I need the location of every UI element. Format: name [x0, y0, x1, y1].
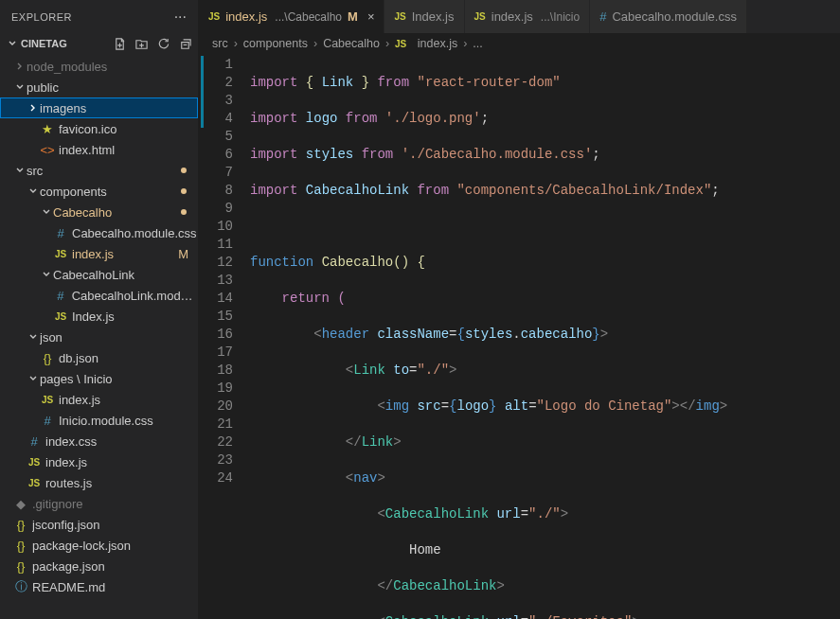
project-name: CINETAG — [21, 38, 67, 49]
css-icon: # — [599, 9, 606, 24]
tree-gitignore[interactable]: ◆ .gitignore — [0, 493, 198, 514]
breadcrumb-more[interactable]: ... — [473, 37, 482, 50]
js-icon: JS — [395, 39, 406, 49]
modified-dot-icon — [181, 188, 187, 194]
html-icon: <> — [40, 143, 55, 157]
tree-packagelock[interactable]: {} package-lock.json — [0, 535, 198, 556]
json-icon: {} — [40, 351, 55, 365]
css-icon: # — [53, 289, 68, 303]
tree-public[interactable]: public — [0, 77, 198, 97]
chevron-down-icon — [40, 269, 53, 280]
tab-cabecalho-index[interactable]: JS index.js ...\Cabecalho M × — [199, 0, 384, 33]
js-icon: JS — [53, 311, 68, 322]
star-icon: ★ — [40, 122, 55, 136]
explorer-title: EXPLORER — [11, 11, 72, 23]
json-icon: {} — [13, 539, 28, 553]
tree-json[interactable]: json — [0, 327, 198, 347]
sidebar-more-icon[interactable]: ··· — [174, 9, 187, 26]
chevron-down-icon — [40, 206, 53, 218]
modified-dot-icon — [181, 168, 187, 173]
diff-marker — [201, 56, 204, 128]
tree-cabecalho[interactable]: Cabecalho — [0, 202, 198, 222]
json-icon: {} — [13, 518, 28, 532]
chevron-down-icon — [27, 331, 40, 343]
tree-pages-inicio[interactable]: pages \ Inicio — [0, 368, 198, 389]
code-editor[interactable]: 123456789101112131415161718192021222324 … — [199, 54, 840, 619]
project-actions — [113, 37, 192, 51]
chevron-right-icon: › — [385, 37, 389, 50]
tree-node-modules[interactable]: node_modules — [0, 56, 198, 77]
tree-cabecalholink[interactable]: CabecalhoLink — [0, 264, 198, 285]
css-icon: # — [40, 414, 55, 428]
tree-src[interactable]: src — [0, 160, 198, 181]
tree-packagejson[interactable]: {} package.json — [0, 556, 198, 576]
explorer-sidebar: EXPLORER ··· CINETAG node_modules public… — [0, 0, 199, 619]
tree-readme[interactable]: ⓘ README.md — [0, 576, 198, 597]
tree-src-index[interactable]: JS index.js — [0, 451, 198, 472]
chevron-down-icon — [6, 38, 19, 49]
js-icon: JS — [208, 11, 220, 22]
modified-dot-icon — [181, 209, 187, 215]
css-icon: # — [53, 226, 68, 240]
tree-inicio-css[interactable]: # Inicio.module.css — [0, 410, 198, 431]
info-icon: ⓘ — [13, 578, 28, 595]
css-icon: # — [27, 434, 42, 449]
tree-imagens[interactable]: imagens — [0, 97, 198, 118]
tree-index-html[interactable]: <> index.html — [0, 139, 198, 160]
tab-cabecalho-css[interactable]: # Cabecalho.module.css — [590, 0, 747, 33]
js-icon: JS — [474, 11, 486, 22]
chevron-down-icon — [27, 186, 40, 197]
chevron-right-icon: › — [463, 37, 467, 50]
chevron-down-icon — [13, 165, 27, 176]
breadcrumb-components[interactable]: components — [243, 37, 308, 50]
js-icon: JS — [27, 478, 42, 488]
git-icon: ◆ — [13, 497, 28, 511]
tree-components[interactable]: components — [0, 181, 198, 202]
tree-routes[interactable]: JS routes.js — [0, 472, 198, 493]
tree-index-css[interactable]: # index.css — [0, 431, 198, 451]
chevron-right-icon: › — [313, 37, 317, 50]
chevron-right-icon — [13, 61, 27, 72]
tree-dbjson[interactable]: {} db.json — [0, 347, 198, 368]
modified-badge: M — [178, 247, 188, 261]
sidebar-header: EXPLORER ··· — [0, 0, 198, 33]
js-icon: JS — [40, 395, 55, 405]
tree-cabecalho-index[interactable]: JS index.js M — [0, 243, 198, 264]
close-icon[interactable]: × — [367, 9, 375, 24]
tree-cabecalholink-css[interactable]: # CabecalhoLink.modul... — [0, 285, 198, 306]
chevron-down-icon — [13, 81, 27, 93]
chevron-right-icon — [27, 102, 40, 114]
project-header[interactable]: CINETAG — [0, 33, 198, 54]
tree-cabecalho-css[interactable]: # Cabecalho.module.css — [0, 222, 198, 243]
json-icon: {} — [13, 559, 28, 574]
new-file-icon[interactable] — [113, 37, 127, 51]
collapse-all-icon[interactable] — [178, 37, 192, 51]
new-folder-icon[interactable] — [134, 37, 149, 51]
tree-cabecalholink-index[interactable]: JS Index.js — [0, 306, 198, 327]
tree-favicon[interactable]: ★ favicon.ico — [0, 118, 198, 139]
breadcrumb: src › components › Cabecalho › JS index.… — [199, 33, 840, 54]
breadcrumb-index[interactable]: JS index.js — [395, 37, 457, 50]
tree-inicio-index[interactable]: JS index.js — [0, 389, 198, 410]
chevron-down-icon — [27, 373, 40, 384]
chevron-right-icon: › — [234, 37, 238, 50]
breadcrumb-src[interactable]: src — [212, 37, 228, 50]
js-icon: JS — [53, 249, 68, 259]
refresh-icon[interactable] — [156, 37, 170, 51]
breadcrumb-cabecalho[interactable]: Cabecalho — [323, 37, 380, 50]
line-number-gutter: 123456789101112131415161718192021222324 — [199, 54, 250, 619]
tab-indexjs[interactable]: JS Index.js — [384, 0, 464, 33]
tab-inicio-index[interactable]: JS index.js ...\Inicio — [465, 0, 591, 33]
js-icon: JS — [27, 457, 42, 468]
code-content[interactable]: import { Link } from "react-router-dom" … — [250, 54, 840, 619]
tree-jsconfig[interactable]: {} jsconfig.json — [0, 514, 198, 535]
file-tree: node_modules public imagens ★ favicon.ic… — [0, 54, 198, 619]
js-icon: JS — [394, 11, 405, 22]
editor-area: JS index.js ...\Cabecalho M × JS Index.j… — [199, 0, 840, 619]
tab-bar: JS index.js ...\Cabecalho M × JS Index.j… — [199, 0, 840, 33]
